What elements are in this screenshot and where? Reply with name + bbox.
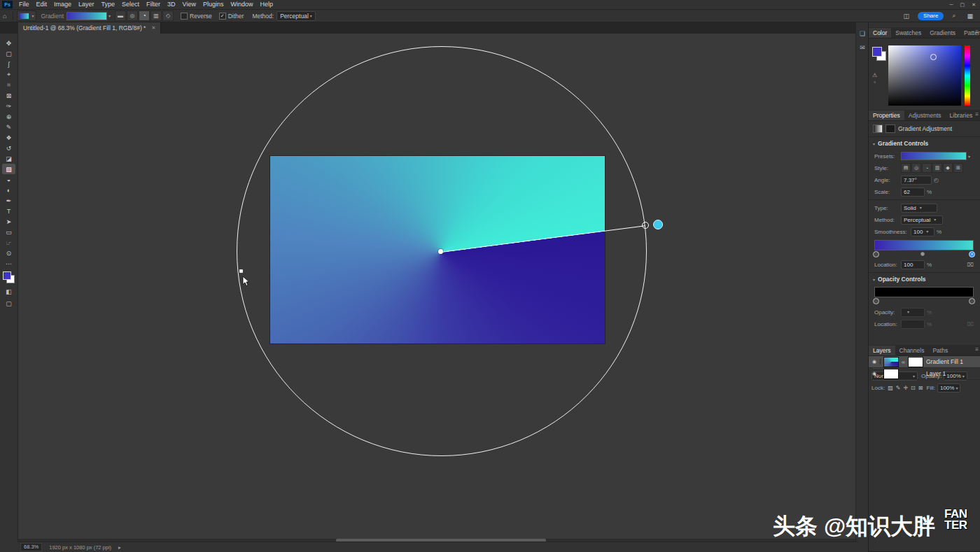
lock-artboard-icon[interactable]: ⊡ [911,385,916,391]
hue-slider[interactable] [965,45,970,106]
reflected-gradient-icon[interactable]: ▥ [150,10,162,21]
menu-item[interactable]: 3D [164,0,179,9]
clone-stamp-tool[interactable]: ❖ [2,132,15,143]
saturation-brightness-field[interactable] [888,45,961,106]
type-tool[interactable]: T [2,206,15,216]
chevron-down-icon[interactable]: ▾ [108,13,111,18]
panel-tab[interactable]: Gradients [925,28,960,38]
midpoint-marker[interactable] [920,252,925,256]
scale-input[interactable]: 62 [901,187,925,197]
eyedropper-tool[interactable]: ✑ [2,101,15,111]
share-button[interactable]: Share [918,12,944,20]
opacity-stop-right[interactable] [969,298,975,304]
panel-tab[interactable]: Channels [895,346,929,355]
angle-dial-icon[interactable]: ◴ [934,177,939,183]
menu-item[interactable]: Select [118,0,143,9]
panel-tab[interactable]: Layers [869,346,895,355]
panels-grid-icon[interactable]: ▦ [964,13,976,20]
collapsed-history-panel-icon[interactable]: ❏ [860,30,865,37]
gradient-editor-bar[interactable] [874,240,974,250]
lock-position-icon[interactable]: ✛ [903,385,908,391]
workspace-icon[interactable]: ◫ [901,13,913,20]
foreground-color-swatch[interactable] [3,271,11,280]
opacity-location-input[interactable] [901,320,925,329]
gradient-preset-swatch[interactable] [66,12,107,20]
tool-preset-picker[interactable]: ▾ [17,10,36,21]
linear-gradient-icon[interactable]: ▬ [115,10,126,21]
type-dropdown[interactable]: Solid ▾ [901,204,937,213]
eraser-tool[interactable]: ◪ [2,153,15,164]
panel-menu-icon[interactable]: ≡ [975,29,979,35]
style-radial-icon[interactable]: ◎ [911,163,921,173]
blur-tool[interactable]: ◒ [2,174,15,185]
menu-item[interactable]: Image [50,0,75,9]
gradient-controls-section-header[interactable]: ▾ Gradient Controls [873,140,928,147]
style-linear-icon[interactable]: ▤ [901,163,911,173]
diamond-gradient-icon[interactable]: ◇ [162,10,174,21]
panel-tab[interactable]: Swatches [891,28,925,38]
lasso-tool[interactable]: ʃ [2,59,15,69]
edit-toolbar-icon[interactable]: ⋯ [6,260,12,267]
color-stop-left[interactable] [873,251,879,257]
layer-visibility-icon[interactable]: ◉ [869,371,881,376]
menu-item[interactable]: Type [98,0,119,9]
style-angle-icon[interactable]: ◔ [922,163,932,173]
brush-tool[interactable]: ✎ [2,122,15,132]
marquee-tool[interactable]: ▢ [2,48,15,59]
panel-menu-icon[interactable]: ≡ [975,346,979,353]
gradient-end-handle[interactable] [642,222,649,229]
dodge-tool[interactable]: ◐ [2,185,15,195]
crop-tool[interactable]: ⌗ [2,80,15,90]
gradient-tool[interactable]: ▨ [2,164,15,174]
path-selection-tool[interactable]: ➤ [2,216,15,227]
layer-visibility-icon[interactable]: ◉ [869,359,881,365]
fill-dropdown[interactable]: 100% ▾ [937,383,960,392]
style-reflected-icon[interactable]: ▥ [932,163,942,173]
method-dropdown[interactable]: Perceptual ▾ [276,11,316,21]
move-tool[interactable]: ✥ [2,38,15,48]
menu-item[interactable]: Edit [33,0,51,9]
quick-mask-icon[interactable]: ◧ [6,288,12,295]
rectangle-tool[interactable]: ▭ [2,227,15,237]
frame-tool[interactable]: ⊠ [2,90,15,101]
angle-gradient-icon[interactable]: ◔ [139,10,150,21]
zoom-level[interactable]: 68.3% [20,543,42,551]
gradient-center-handle[interactable] [438,249,443,254]
delete-stop-icon[interactable]: ⌧ [967,262,974,268]
panel-tab[interactable]: Libraries [946,111,977,120]
home-icon[interactable]: ⌂ [0,13,9,20]
screen-mode-icon[interactable]: ▢ [6,300,12,307]
menu-item[interactable]: Layer [75,0,98,9]
opacity-stop-left[interactable] [873,298,879,304]
close-tab-icon[interactable]: ✕ [151,25,155,31]
panel-tab[interactable]: Properties [869,111,904,120]
chevron-down-icon[interactable]: ▾ [968,154,970,159]
opacity-controls-section-header[interactable]: ▾ Opacity Controls [873,276,926,283]
panel-tab[interactable]: Paths [928,346,952,355]
layer-row[interactable]: ◉ ∞ Gradient Fill 1 [869,356,980,368]
history-brush-tool[interactable]: ↺ [2,143,15,153]
close-icon[interactable]: ✕ [972,0,976,9]
maximize-icon[interactable]: ▢ [960,0,965,9]
pen-tool[interactable]: ✒ [2,195,15,206]
menu-item[interactable]: Filter [143,0,164,9]
search-icon[interactable]: ⌕ [949,12,958,20]
document-tab[interactable]: Untitled-1 @ 68.3% (Gradient Fill 1, RGB… [18,22,161,34]
gradient-color-stop-handle[interactable] [653,220,663,229]
foreground-color-swatch[interactable] [872,47,882,57]
panel-menu-icon[interactable]: ≡ [975,111,979,118]
layer-thumbnail[interactable] [883,369,899,379]
status-chevron-icon[interactable]: ▸ [118,544,121,551]
zoom-tool[interactable]: ⊙ [2,248,15,258]
minimize-icon[interactable]: ─ [950,0,953,9]
healing-brush-tool[interactable]: ⊕ [2,111,15,122]
object-selection-tool[interactable]: ⌖ [2,69,15,80]
panel-tab[interactable]: Adjustments [904,111,946,120]
smoothness-input[interactable]: 100 ▾ [911,227,934,236]
lock-all-icon[interactable]: ⊠ [918,385,923,391]
color-panel-swatches[interactable] [872,47,886,61]
opacity-input[interactable]: ▾ [901,308,925,317]
gradient-edge-stop[interactable] [239,269,243,273]
layer-thumbnail[interactable] [883,357,899,367]
menu-item[interactable]: View [179,0,200,9]
